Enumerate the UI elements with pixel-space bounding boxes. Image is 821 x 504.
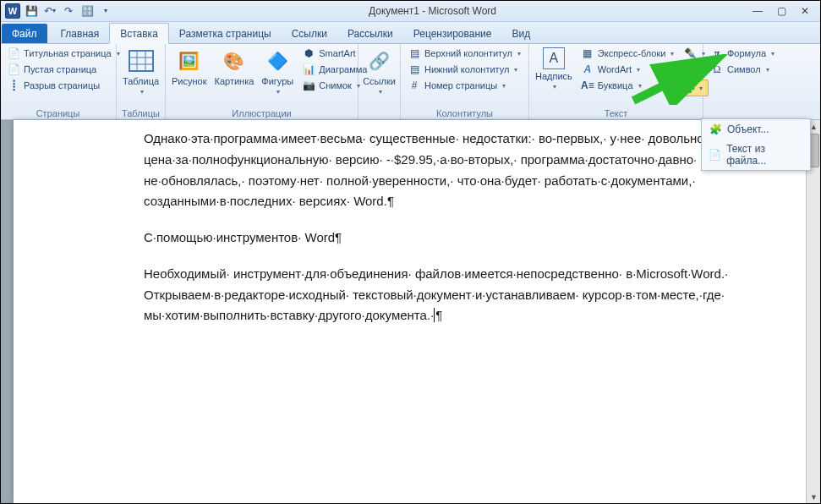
equation-button[interactable]: πФормула bbox=[707, 46, 778, 61]
object-menu-icon: 🧩 bbox=[709, 123, 722, 136]
pagenumber-icon: # bbox=[408, 79, 421, 92]
textbox-button[interactable]: AНадпись bbox=[533, 46, 575, 92]
dropcap-icon: A≡ bbox=[581, 79, 594, 92]
clipart-button[interactable]: 🎨Картинка bbox=[212, 46, 257, 88]
ribbon-tabs: Файл Главная Вставка Разметка страницы С… bbox=[0, 22, 821, 44]
close-button[interactable]: ✕ bbox=[794, 3, 816, 19]
group-pages: 📄Титульная страница 📄Пустая страница ┋Ра… bbox=[0, 44, 117, 119]
tab-view[interactable]: Вид bbox=[501, 24, 540, 43]
group-tables-title: Таблицы bbox=[120, 107, 161, 119]
chart-icon: 📊 bbox=[302, 63, 315, 76]
screenshot-icon: 📷 bbox=[302, 79, 315, 92]
vertical-scrollbar[interactable]: ▲ ▼ bbox=[806, 120, 821, 504]
textbox-icon: A bbox=[543, 47, 565, 69]
tab-file[interactable]: Файл bbox=[2, 24, 47, 43]
picture-icon: 🖼️ bbox=[176, 47, 203, 74]
menu-text-from-file[interactable]: 📄Текст из файла... bbox=[702, 140, 810, 170]
group-headerfooter: ▤Верхний колонтитул ▤Нижний колонтитул #… bbox=[401, 44, 529, 119]
group-illustrations: 🖼️Рисунок 🎨Картинка 🔷Фигуры ⬢SmartArt 📊Д… bbox=[166, 44, 359, 119]
window-title: Документ1 - Microsoft Word bbox=[118, 5, 747, 17]
quickparts-button[interactable]: ▦Экспресс-блоки bbox=[577, 46, 678, 61]
undo-icon[interactable]: ↶▾ bbox=[42, 3, 57, 19]
group-text-title: Текст bbox=[533, 107, 699, 119]
blank-page-icon: 📄 bbox=[7, 63, 20, 76]
tab-insert[interactable]: Вставка bbox=[109, 23, 169, 44]
tab-home[interactable]: Главная bbox=[51, 24, 110, 43]
group-links-title bbox=[362, 107, 397, 119]
scroll-down-icon[interactable]: ▼ bbox=[807, 490, 821, 504]
group-text: AНадпись ▦Экспресс-блоки AWordArt A≡Букв… bbox=[529, 44, 703, 119]
quickparts-icon: ▦ bbox=[581, 47, 594, 60]
paragraph-2[interactable]: С·помощью·инструментов· Word bbox=[144, 227, 792, 249]
links-button[interactable]: 🔗Ссылки bbox=[360, 46, 398, 97]
page-break-button[interactable]: ┋Разрыв страницы bbox=[3, 78, 123, 93]
object-icon: 🧩 bbox=[682, 81, 696, 95]
datetime-icon: 📅 bbox=[683, 63, 697, 77]
wordart-icon: A bbox=[581, 63, 594, 76]
tab-mailings[interactable]: Рассылки bbox=[337, 24, 403, 43]
link-icon: 🔗 bbox=[366, 47, 393, 74]
footer-button[interactable]: ▤Нижний колонтитул bbox=[404, 62, 524, 77]
paragraph-1[interactable]: Однако·эта·программа·имеет·весьма· сущес… bbox=[144, 129, 792, 212]
group-pages-title: Страницы bbox=[3, 107, 112, 119]
footer-icon: ▤ bbox=[408, 63, 421, 76]
quick-access-toolbar: W 💾 ↶▾ ↷ 🔠 ▾ bbox=[0, 3, 118, 19]
shapes-button[interactable]: 🔷Фигуры bbox=[259, 46, 296, 97]
page-icon: 📄 bbox=[7, 47, 20, 60]
minimize-button[interactable]: — bbox=[747, 3, 769, 19]
wordart-button[interactable]: AWordArt bbox=[577, 62, 678, 77]
redo-icon[interactable]: ↷ bbox=[61, 3, 76, 19]
textfile-icon: 📄 bbox=[709, 148, 721, 162]
svg-rect-0 bbox=[129, 51, 153, 71]
group-illustrations-title: Иллюстрации bbox=[169, 107, 354, 119]
title-bar: W 💾 ↶▾ ↷ 🔠 ▾ Документ1 - Microsoft Word … bbox=[0, 0, 821, 22]
shapes-icon: 🔷 bbox=[264, 47, 291, 74]
group-headerfooter-title: Колонтитулы bbox=[404, 107, 525, 119]
qat-customize-icon[interactable]: ▾ bbox=[98, 3, 113, 19]
blank-page-button[interactable]: 📄Пустая страница bbox=[3, 62, 123, 77]
cover-page-button[interactable]: 📄Титульная страница bbox=[3, 46, 123, 61]
signature-icon: ✒️ bbox=[683, 47, 697, 60]
group-links: 🔗Ссылки bbox=[359, 44, 401, 119]
save-icon[interactable]: 💾 bbox=[24, 3, 39, 19]
group-symbols: πФормула ΩСимвол bbox=[703, 44, 780, 119]
smartart-icon: ⬢ bbox=[302, 47, 315, 60]
tab-layout[interactable]: Разметка страницы bbox=[169, 24, 282, 43]
document-page[interactable]: Однако·эта·программа·имеет·весьма· сущес… bbox=[14, 120, 806, 504]
maximize-button[interactable]: ▢ bbox=[770, 3, 792, 19]
tab-references[interactable]: Ссылки bbox=[282, 24, 337, 43]
word-app-icon[interactable]: W bbox=[5, 3, 20, 19]
object-dropdown-menu: 🧩Объект... 📄Текст из файла... bbox=[701, 118, 811, 171]
group-symbols-title bbox=[707, 107, 776, 119]
clipart-icon: 🎨 bbox=[221, 47, 248, 74]
paragraph-3[interactable]: Необходимый· инструмент·для·объединения·… bbox=[144, 264, 792, 326]
tab-review[interactable]: Рецензирование bbox=[403, 24, 502, 43]
picture-button[interactable]: 🖼️Рисунок bbox=[169, 46, 210, 88]
group-tables: Таблица Таблицы bbox=[117, 44, 166, 119]
table-icon bbox=[128, 47, 155, 74]
header-button[interactable]: ▤Верхний колонтитул bbox=[404, 46, 524, 61]
symbol-button[interactable]: ΩСимвол bbox=[707, 62, 778, 77]
dropcap-button[interactable]: A≡Буквица bbox=[577, 78, 678, 93]
format-icon[interactable]: 🔠 bbox=[79, 3, 95, 19]
document-area: Однако·эта·программа·имеет·весьма· сущес… bbox=[0, 120, 821, 504]
page-break-icon: ┋ bbox=[7, 79, 20, 92]
pagenumber-button[interactable]: #Номер страницы bbox=[404, 78, 524, 93]
ribbon: 📄Титульная страница 📄Пустая страница ┋Ра… bbox=[0, 44, 821, 120]
table-button[interactable]: Таблица bbox=[120, 46, 161, 97]
symbol-icon: Ω bbox=[710, 63, 724, 76]
header-icon: ▤ bbox=[408, 47, 421, 60]
equation-icon: π bbox=[710, 47, 724, 60]
menu-object[interactable]: 🧩Объект... bbox=[702, 119, 810, 140]
window-controls: — ▢ ✕ bbox=[747, 3, 821, 19]
